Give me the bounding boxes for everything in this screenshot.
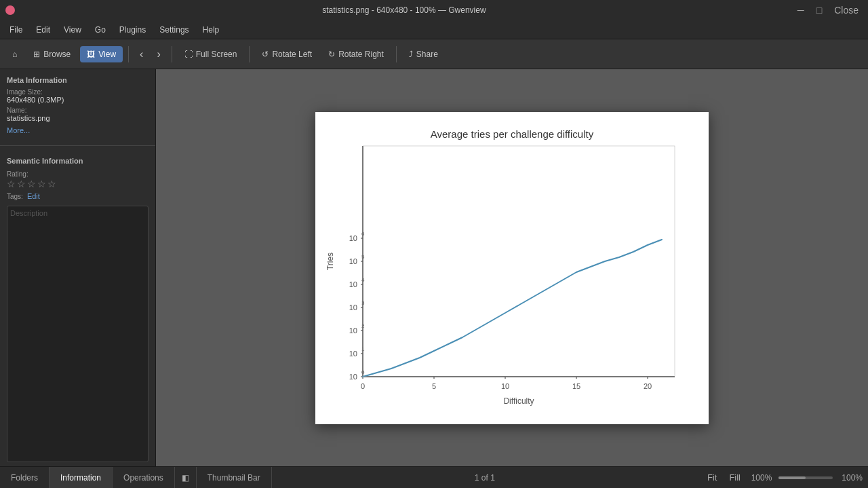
svg-text:2: 2 [361,323,365,329]
browse-button[interactable]: ⊞ Browse [26,46,77,62]
view-icon: 🖼 [87,50,95,59]
svg-text:15: 15 [572,382,580,390]
rating-field: Rating: ☆ ☆ ☆ ☆ ☆ [0,168,155,191]
home-button[interactable]: ⌂ [5,46,24,62]
toolbar-separator-4 [396,46,397,62]
maximize-button[interactable]: □ [812,3,826,17]
star-4[interactable]: ☆ [37,179,46,189]
view-label: View [98,50,116,59]
svg-text:10: 10 [349,350,357,358]
image-size-label: Image Size: [7,88,149,96]
star-3[interactable]: ☆ [27,179,36,189]
menu-settings[interactable]: Settings [153,22,195,37]
more-link[interactable]: More... [0,124,155,141]
view-button[interactable]: 🖼 View [80,46,123,62]
svg-text:10: 10 [349,234,357,242]
menu-view[interactable]: View [57,22,88,37]
svg-text:3: 3 [361,300,365,306]
svg-text:0: 0 [361,382,365,390]
svg-text:6: 6 [361,231,365,237]
zoom-level: 100% [749,473,774,483]
rotate-left-button[interactable]: ↺ Rotate Left [255,46,319,62]
share-icon: ⤴ [409,50,413,59]
fit-button[interactable]: Fit [703,471,721,484]
name-field: Name: statistics.png [0,105,155,124]
rating-stars[interactable]: ☆ ☆ ☆ ☆ ☆ [7,179,149,189]
svg-text:10: 10 [349,257,357,265]
toolbar-separator-2 [172,46,172,62]
close-button[interactable]: Close [830,3,863,17]
svg-text:1: 1 [361,346,365,352]
rotate-right-label: Rotate Right [338,50,384,59]
tab-information[interactable]: Information [50,467,113,488]
meta-info-title: Meta Information [0,69,155,87]
share-button[interactable]: ⤴ Share [402,46,445,62]
menu-edit[interactable]: Edit [29,22,57,37]
svg-text:0: 0 [361,369,365,375]
chart-title: Average tries per challenge difficulty [431,128,594,140]
home-icon: ⌂ [12,50,17,59]
menu-help[interactable]: Help [196,22,226,37]
rotate-right-button[interactable]: ↻ Rotate Right [321,46,391,62]
titlebar: statistics.png - 640x480 - 100% — Gwenvi… [0,0,868,20]
panel-icon: ◧ [182,473,189,483]
fullscreen-button[interactable]: ⛶ Full Screen [178,46,244,62]
bottombar: Folders Information Operations ◧ Thumbna… [0,466,868,488]
star-2[interactable]: ☆ [17,179,26,189]
rotate-right-icon: ↻ [328,50,335,59]
svg-text:5: 5 [361,254,365,260]
semantic-info-title: Semantic Information [0,150,155,168]
name-label: Name: [7,107,149,114]
tab-folders[interactable]: Folders [0,467,50,488]
image-size-field: Image Size: 640x480 (0.3MP) [0,87,155,105]
thumbnail-bar-icon[interactable]: ◧ [175,467,197,488]
browse-label: Browse [43,50,71,59]
bottom-right-controls: Fit Fill 100% 100% [698,471,868,484]
star-1[interactable]: ☆ [7,179,16,189]
svg-text:4: 4 [361,277,365,283]
tab-thumbnail[interactable]: Thumbnail Bar [197,467,272,488]
window-title: statistics.png - 640x480 - 100% — Gwenvi… [15,5,793,15]
menu-plugins[interactable]: Plugins [113,22,153,37]
image-size-value: 640x480 (0.3MP) [7,96,149,104]
sidebar: Meta Information Image Size: 640x480 (0.… [0,69,156,466]
svg-text:10: 10 [349,373,357,381]
fullscreen-label: Full Screen [196,50,237,59]
share-label: Share [416,50,438,59]
menubar: File Edit View Go Plugins Settings Help [0,20,868,39]
minimize-button[interactable]: ─ [793,3,808,17]
chart-svg: Average tries per challenge difficulty 1… [322,119,702,417]
tags-edit-link[interactable]: Edit [27,192,40,200]
description-area[interactable]: Description [7,206,149,462]
tab-operations[interactable]: Operations [113,467,175,488]
svg-text:10: 10 [349,303,357,312]
description-placeholder: Description [10,209,47,217]
svg-text:10: 10 [349,280,357,288]
tags-field: Tags: Edit [0,191,155,202]
rating-label: Rating: [7,170,28,178]
svg-text:Difficulty: Difficulty [503,396,534,406]
toolbar: ⌂ ⊞ Browse 🖼 View ‹ › ⛶ Full Screen ↺ Ro… [0,39,868,69]
svg-text:5: 5 [432,382,436,390]
zoom-slider[interactable] [778,476,833,479]
rotate-left-label: Rotate Left [272,50,312,59]
svg-text:10: 10 [501,382,509,390]
menu-go[interactable]: Go [88,22,113,37]
star-5[interactable]: ☆ [47,179,56,189]
sidebar-divider-1 [0,145,155,146]
toolbar-separator-3 [249,46,250,62]
svg-text:20: 20 [644,382,652,390]
tags-label: Tags: [7,193,23,200]
app-icon [5,5,15,15]
image-area: Average tries per challenge difficulty 1… [156,69,868,466]
image-container: Average tries per challenge difficulty 1… [315,112,709,424]
rotate-left-icon: ↺ [262,50,269,59]
name-value: statistics.png [7,114,149,122]
main-content: Meta Information Image Size: 640x480 (0.… [0,69,868,466]
fill-button[interactable]: Fill [725,471,745,484]
svg-text:10: 10 [349,326,357,335]
next-button[interactable]: › [151,45,165,63]
menu-file[interactable]: File [3,22,29,37]
zoom-slider-fill [778,476,806,479]
prev-button[interactable]: ‹ [134,45,149,63]
